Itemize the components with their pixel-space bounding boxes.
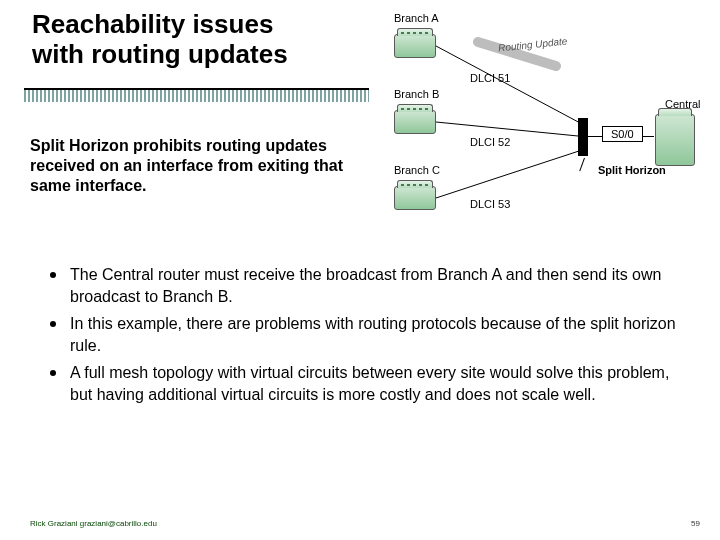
bullet-icon	[50, 370, 56, 376]
svg-line-2	[436, 150, 582, 198]
bullet-text: A full mesh topology with virtual circui…	[70, 362, 690, 405]
title-line-2: with routing updates	[32, 39, 288, 69]
label-dlci-52: DLCI 52	[470, 136, 510, 148]
subheading: Split Horizon prohibits routing updates …	[30, 136, 360, 196]
bullet-text: The Central router must receive the broa…	[70, 264, 690, 307]
list-item: A full mesh topology with virtual circui…	[50, 362, 690, 405]
network-diagram: Branch A Branch B Branch C Central Routi…	[370, 6, 712, 216]
footer-author: Rick Graziani graziani@cabrillo.edu	[30, 519, 157, 528]
title-line-1: Reachability issues	[32, 9, 273, 39]
label-s0-0: S0/0	[602, 126, 643, 142]
footer-page-number: 59	[691, 519, 700, 528]
list-item: The Central router must receive the broa…	[50, 264, 690, 307]
bullet-icon	[50, 272, 56, 278]
list-item: In this example, there are problems with…	[50, 313, 690, 356]
label-dlci-51: DLCI 51	[470, 72, 510, 84]
slide-title: Reachability issues with routing updates	[0, 10, 320, 72]
svg-line-0	[436, 46, 582, 124]
slide: Reachability issues with routing updates…	[0, 0, 720, 540]
label-dlci-53: DLCI 53	[470, 198, 510, 210]
title-pattern	[24, 90, 369, 102]
bullet-text: In this example, there are problems with…	[70, 313, 690, 356]
bullet-list: The Central router must receive the broa…	[50, 264, 690, 412]
label-split-horizon: Split Horizon	[598, 164, 666, 176]
svg-line-1	[436, 122, 578, 136]
bullet-icon	[50, 321, 56, 327]
